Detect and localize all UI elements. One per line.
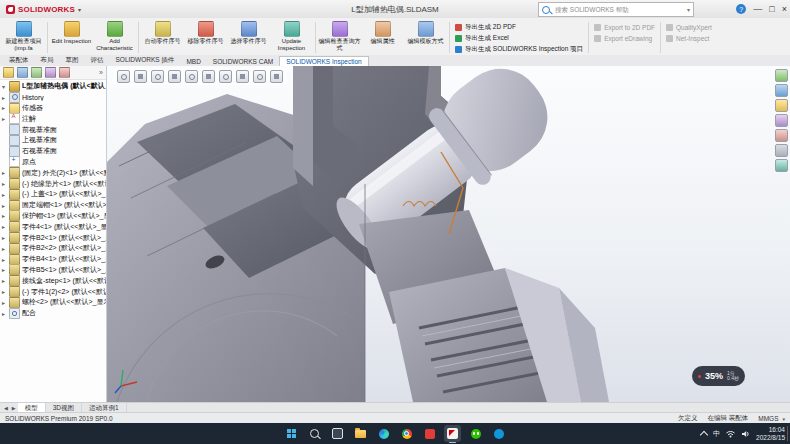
zoom-area-icon[interactable] [134, 70, 147, 83]
tree-item-right-plane[interactable]: 右视基准面 [0, 146, 106, 157]
tree-item-component[interactable]: 零件B2<1> (默认<<默认>_显示状... [0, 232, 106, 243]
right-tool-3-icon[interactable] [775, 99, 788, 112]
expand-chevron-icon[interactable] [2, 310, 9, 317]
tree-item-history[interactable]: History [0, 92, 106, 103]
tree-item-component[interactable]: 保护帽<1> (默认<<默认>_显示状... [0, 211, 106, 222]
section-view-icon[interactable] [168, 70, 181, 83]
expand-chevron-icon[interactable] [2, 202, 9, 209]
wechat-button[interactable] [467, 425, 484, 442]
tab-evaluate[interactable]: 评估 [85, 55, 110, 66]
tree-item-component[interactable]: (固定) 外壳(2)<1> (默认<<默认>_显示状态 [0, 167, 106, 178]
apply-scene-icon[interactable] [253, 70, 266, 83]
panel-expand-icon[interactable]: » [99, 69, 103, 76]
tree-item-component[interactable]: 零件B2<2> (默认<<默认>_显示状... [0, 243, 106, 254]
tree-item-component[interactable]: 零件4<1> (默认<<默认>_显示状态... [0, 221, 106, 232]
search-dropdown-icon[interactable]: ▾ [687, 6, 690, 13]
tree-item-component[interactable]: 零件B4<1> (默认<<默认>_显示状... [0, 254, 106, 265]
tree-item-component[interactable]: (-) 零件1(2)<2> (默认<<默认>_... [0, 286, 106, 297]
right-tool-7-icon[interactable] [775, 159, 788, 172]
tab-scroll-left-icon[interactable]: ◀ [2, 405, 10, 411]
edit-query-button[interactable]: 编辑检查查询方式 [318, 19, 361, 56]
file-explorer-button[interactable] [352, 425, 369, 442]
right-tool-1-icon[interactable] [775, 69, 788, 82]
export-edrawing-button[interactable]: Export eDrawing [594, 33, 655, 43]
dimxpertmanager-tab-icon[interactable] [45, 67, 56, 78]
3d-model[interactable] [107, 66, 790, 402]
hide-show-items-icon[interactable] [219, 70, 232, 83]
start-button[interactable] [283, 425, 300, 442]
tree-item-sensors[interactable]: 传感器 [0, 103, 106, 114]
tree-item-top-plane[interactable]: 上视基准面 [0, 135, 106, 146]
ime-indicator[interactable]: 中 [713, 429, 720, 439]
select-balloon-button[interactable]: 选择零件序号 [227, 19, 270, 56]
tab-sketch[interactable]: 草图 [60, 55, 85, 66]
edit-properties-button[interactable]: 编辑属性 [361, 19, 404, 56]
screen-recorder-badge[interactable]: 35% 1分 0.4秒 [692, 366, 745, 386]
net-inspect-button[interactable]: Net-Inspect [666, 33, 712, 43]
expand-chevron-icon[interactable] [2, 191, 9, 198]
microsoft-edge-button[interactable] [375, 425, 392, 442]
maximize-icon[interactable]: □ [769, 4, 774, 14]
tree-item-component[interactable]: 零件B5<1> (默认<<默认>_显示状... [0, 265, 106, 276]
expand-chevron-icon[interactable] [2, 266, 9, 273]
expand-chevron-icon[interactable] [2, 83, 9, 90]
tree-item-mates[interactable]: 配合 [0, 308, 106, 319]
tree-item-component[interactable]: (-) 上盖<1> (默认<<默认>_显示状... [0, 189, 106, 200]
tree-item-component[interactable]: 固定端帽<1> (默认<<默认>_显示状... [0, 200, 106, 211]
units-dropdown-icon[interactable]: ▾ [782, 416, 785, 422]
status-units[interactable]: MMGS [758, 415, 778, 422]
display-style-icon[interactable] [202, 70, 215, 83]
volume-icon[interactable] [741, 430, 750, 438]
tab-mbd[interactable]: MBD [180, 57, 206, 66]
featuremanager-tab-icon[interactable] [3, 67, 14, 78]
wifi-icon[interactable] [726, 430, 735, 438]
zoom-fit-icon[interactable] [117, 70, 130, 83]
solidworks-taskbar-button[interactable] [444, 425, 461, 442]
expand-chevron-icon[interactable] [2, 245, 9, 252]
export-inspection-project-button[interactable]: 导出生成 SOLIDWORKS Inspection 项目 [455, 44, 583, 54]
configurationmanager-tab-icon[interactable] [31, 67, 42, 78]
qualityxpert-button[interactable]: QualityXpert [666, 22, 712, 32]
help-search-box[interactable]: ▾ [538, 2, 694, 17]
expand-chevron-icon[interactable] [2, 115, 9, 122]
tree-item-front-plane[interactable]: 前视基准面 [0, 124, 106, 135]
update-inspection-button[interactable]: Update Inspection [270, 19, 313, 56]
expand-chevron-icon[interactable] [2, 223, 9, 230]
expand-chevron-icon[interactable] [2, 212, 9, 219]
tree-item-annotations[interactable]: 注解 [0, 113, 106, 124]
tree-item-component[interactable]: (-) 绝缘垫片<1> (默认<<默认>_显... [0, 178, 106, 189]
tab-addins[interactable]: SOLIDWORKS 插件 [110, 55, 181, 66]
edit-inspection-button[interactable]: Edit Inspection [50, 19, 93, 56]
graphics-area[interactable]: 35% 1分 0.4秒 [107, 66, 790, 402]
expand-chevron-icon[interactable] [2, 277, 9, 284]
right-tool-6-icon[interactable] [775, 144, 788, 157]
view-orientation-icon[interactable] [185, 70, 198, 83]
right-tool-4-icon[interactable] [775, 114, 788, 127]
tab-solidworks-cam[interactable]: SOLIDWORKS CAM [207, 57, 279, 66]
right-tool-5-icon[interactable] [775, 129, 788, 142]
tab-scroll-right-icon[interactable]: ▶ [10, 405, 18, 411]
wps-office-button[interactable] [421, 425, 438, 442]
right-tool-2-icon[interactable] [775, 84, 788, 97]
hidden-icons-chevron-icon[interactable] [700, 430, 708, 438]
expand-chevron-icon[interactable] [2, 94, 9, 101]
view-settings-icon[interactable] [270, 70, 283, 83]
solidworks-menu[interactable]: SOLIDWORKS ▾ [0, 5, 87, 14]
taskbar-search-button[interactable] [306, 425, 323, 442]
export-excel-button[interactable]: 导出生成 Excel [455, 33, 583, 43]
export-pdf-button[interactable]: 导出生成 2D PDF [455, 22, 583, 32]
remove-balloon-button[interactable]: 移除零件序号 [184, 19, 227, 56]
minimize-icon[interactable]: — [753, 4, 762, 14]
tree-item-component[interactable]: 螺栓<2> (默认<<默认>_显示状态... [0, 297, 106, 308]
auto-balloon-button[interactable]: 自动零件序号 [141, 19, 184, 56]
search-input[interactable] [553, 5, 684, 14]
help-icon[interactable]: ? [736, 4, 746, 14]
edit-template-button[interactable]: 编辑模板方式 [404, 19, 447, 56]
previous-view-icon[interactable] [151, 70, 164, 83]
task-view-button[interactable] [329, 425, 346, 442]
tab-solidworks-inspection[interactable]: SOLIDWORKS Inspection [279, 56, 369, 66]
edit-appearance-icon[interactable] [236, 70, 249, 83]
expand-chevron-icon[interactable] [2, 288, 9, 295]
expand-chevron-icon[interactable] [2, 234, 9, 241]
tree-item-assembly-root[interactable]: L型加辅热电偶 (默认<默认_显示状 [0, 81, 106, 92]
